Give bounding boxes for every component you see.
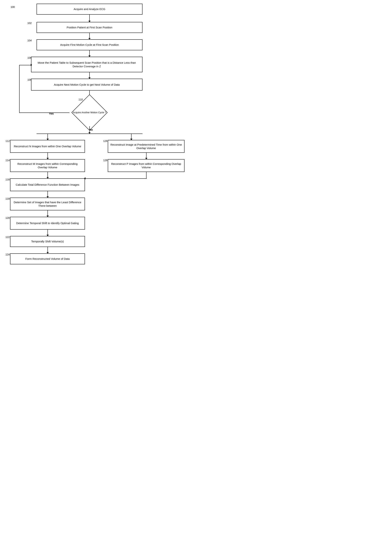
arrow-126-128 — [146, 153, 146, 159]
flowchart-diagram: 100 Acquire and Analyze ECG 102 Position… — [0, 0, 196, 11]
box-recon-p: Reconstruct P Images from within Corresp… — [108, 159, 185, 172]
label-100: 100 — [11, 5, 15, 8]
label-128: 128 — [103, 159, 107, 162]
box-det-temporal: Determine Temporal Shift to Identify Opt… — [10, 217, 85, 230]
label-104: 104 — [27, 39, 32, 42]
box-form-recon: Form Reconstructed Volume of Data — [10, 253, 85, 264]
label-102: 102 — [27, 22, 32, 24]
box-reconstruct-m: Reconstruct M Images from within Corresp… — [10, 159, 85, 172]
arrowhead-yes — [31, 64, 32, 66]
arrow-yes-horiz — [19, 113, 70, 113]
arrow-114-116 — [47, 172, 48, 178]
arrow-112-114 — [47, 153, 48, 159]
box-calc-diff: Calculate Total Difference Function Betw… — [10, 178, 85, 191]
label-122: 122 — [5, 236, 10, 239]
label-120: 120 — [5, 216, 10, 219]
arrow-128-vert — [146, 172, 146, 178]
diamond-another-cycle: Acquire Another Motion Cycle ? — [70, 99, 110, 126]
arrow-yes-horiz2 — [19, 65, 31, 65]
box-reconstruct-n: Reconstruct N Images from within One Ove… — [10, 140, 85, 153]
box-recon-image: Reconstruct Image at Predetermined Time … — [108, 140, 185, 153]
arrow-to-112 — [47, 134, 48, 140]
box-ecg: Acquire and Analyze ECG — [37, 4, 142, 15]
arrow-firstmotion-movetable — [89, 50, 90, 57]
box-first-motion: Acquire First Motion Cycle at First Scan… — [37, 39, 142, 50]
arrow-116-118 — [47, 191, 48, 198]
arrow-to-126 — [131, 134, 131, 140]
arrow-122-124 — [47, 247, 48, 253]
label-124: 124 — [5, 253, 10, 256]
arrow-pos-firstmotion — [89, 33, 90, 39]
arrow-split-horiz — [37, 134, 142, 134]
box-temp-shift: Temporally Shift Volume(s) — [10, 236, 85, 247]
label-118: 118 — [5, 197, 10, 200]
label-116: 116 — [5, 178, 10, 181]
arrow-120-122 — [47, 230, 48, 236]
box-position: Position Patient at First Scan Position — [37, 22, 142, 33]
arrow-yes-vert — [19, 65, 19, 113]
label-126: 126 — [103, 139, 107, 143]
arrow-ecg-position — [89, 15, 90, 22]
arrow-movetable-nextmotion — [89, 72, 90, 79]
box-det-set: Determine Set of Images that have the Le… — [10, 198, 85, 210]
arrow-no-down — [89, 126, 90, 134]
label-112: 112 — [5, 139, 10, 143]
box-move-table: Move the Patient Table to Subsequent Sca… — [31, 57, 142, 72]
no-label: No — [89, 128, 93, 131]
arrow-128-horiz — [85, 178, 147, 179]
label-114: 114 — [5, 159, 10, 162]
diamond-text: Acquire Another Motion Cycle ? — [73, 111, 106, 114]
box-next-motion: Acquire Next Motion Cycle to get Next Vo… — [31, 79, 142, 91]
arrow-118-120 — [47, 210, 48, 217]
